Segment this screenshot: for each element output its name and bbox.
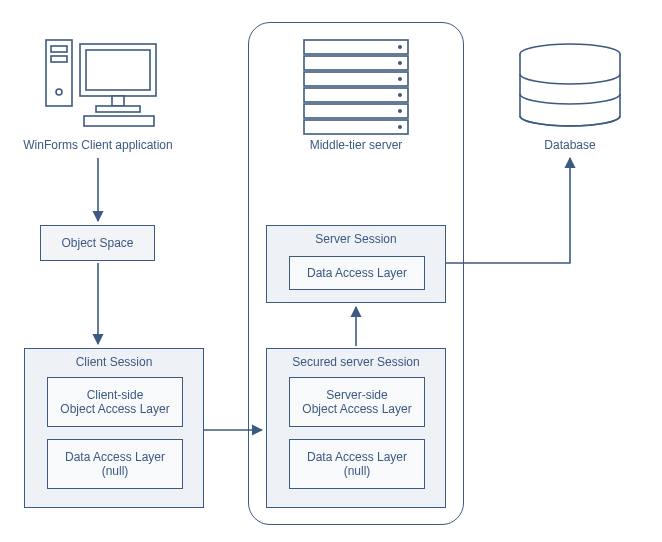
client-dal-box: Data Access Layer (null) — [47, 439, 183, 489]
svg-rect-1 — [86, 50, 150, 90]
architecture-diagram: WinForms Client application Object Space… — [0, 0, 662, 542]
object-space-box: Object Space — [40, 225, 155, 261]
svg-rect-0 — [80, 44, 156, 96]
server-label: Middle-tier server — [256, 138, 456, 152]
svg-point-21 — [520, 44, 620, 64]
object-space-label: Object Space — [61, 236, 133, 250]
server-session-title: Server Session — [267, 232, 445, 246]
svg-rect-3 — [96, 106, 140, 112]
server-session-dal-box: Data Access Layer — [289, 256, 425, 290]
svg-rect-5 — [51, 46, 67, 52]
server-session-group: Server Session Data Access Layer — [266, 225, 446, 303]
db-label: Database — [520, 138, 620, 152]
svg-rect-6 — [51, 56, 67, 62]
secured-session-title: Secured server Session — [267, 355, 445, 369]
client-oal-box: Client-side Object Access Layer — [47, 377, 183, 427]
secured-oal-box: Server-side Object Access Layer — [289, 377, 425, 427]
svg-rect-2 — [112, 96, 124, 106]
secured-dal-box: Data Access Layer (null) — [289, 439, 425, 489]
secured-session-group: Secured server Session Server-side Objec… — [266, 348, 446, 508]
client-session-group: Client Session Client-side Object Access… — [24, 348, 204, 508]
client-label: WinForms Client application — [8, 138, 188, 152]
svg-rect-4 — [46, 40, 72, 106]
svg-rect-8 — [84, 116, 154, 126]
svg-point-7 — [56, 89, 62, 95]
client-session-title: Client Session — [25, 355, 203, 369]
